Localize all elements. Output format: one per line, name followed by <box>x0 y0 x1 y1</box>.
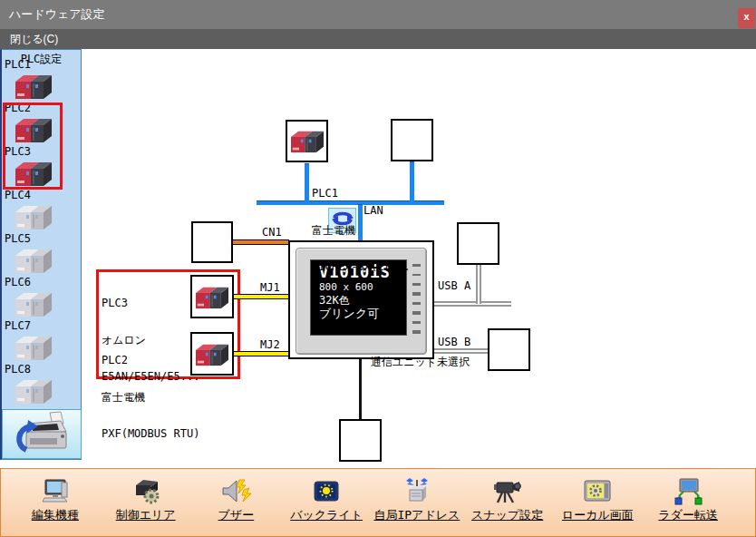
comm-unit-status-text: 通信ユニット未選択 <box>371 356 470 369</box>
toolbar-item-label: 編集機種 <box>10 507 101 523</box>
plc-device-icon-active <box>14 73 55 100</box>
sidebar-item-plc5[interactable]: PLC5 <box>2 233 81 277</box>
cn1-port-label: CN1 <box>262 227 282 239</box>
menu-bar: 閉じる(C) <box>0 29 756 49</box>
sidebar-item-plc1[interactable]: PLC1 <box>2 59 81 103</box>
toolbar-item-label: 制御エリア <box>101 507 191 523</box>
plc1-maker: 富士電機 <box>312 225 410 238</box>
plc2-maker: 富士電機 <box>102 392 199 405</box>
toolbar-backlight-button[interactable]: バックライト <box>281 477 372 536</box>
mj1-port-label: MJ1 <box>260 282 280 295</box>
usb-a-port-label: USB A <box>438 280 470 293</box>
slot-usb-a-empty[interactable] <box>457 222 499 265</box>
mj1-cable <box>234 294 289 299</box>
slot-plc1[interactable] <box>286 120 328 162</box>
plc1-model: MICREX-SX(Et... <box>312 261 410 274</box>
toolbar-snap-settings-button[interactable]: スナップ設定 <box>462 477 553 536</box>
toolbar-edit-model-button[interactable]: 編集機種 <box>10 477 101 536</box>
plc-item-label: PLC7 <box>2 320 81 332</box>
mj2-port-label: MJ2 <box>260 339 280 352</box>
plc-device-icon-inactive <box>14 290 55 317</box>
plc-device-icon-inactive <box>14 377 55 405</box>
diagram-canvas: V1010iS 800 x 600 32K色 ブリンク可 PLC1 富士電機 M… <box>0 49 756 468</box>
lan-stub-unit <box>410 161 414 201</box>
local-screen-icon <box>581 477 614 506</box>
title-bar: ハードウェア設定 x <box>0 0 756 29</box>
toolbar-item-label: バックライト <box>281 507 372 523</box>
plc2-name: PLC2 <box>102 355 199 367</box>
toolbar-item-label: スナップ設定 <box>462 507 553 523</box>
toolbar-buzzer-button[interactable]: ブザー <box>191 477 282 536</box>
control-area-icon <box>130 477 162 506</box>
hmi-blink-text: ブリンク可 <box>319 307 406 320</box>
menu-item-close[interactable]: 閉じる(C) <box>5 29 63 49</box>
ladder-transfer-icon <box>672 477 704 506</box>
plc-item-label: PLC1 <box>2 59 81 71</box>
plc-item-label: PLC4 <box>2 190 81 201</box>
slot-bottom-empty[interactable] <box>339 419 382 462</box>
buzzer-icon <box>219 477 252 506</box>
bottom-toolbar: 編集機種 制御エリア ブザー バックライト 自局IPアドレス スナップ <box>0 468 756 537</box>
plc-item-label: PLC6 <box>2 277 81 288</box>
toolbar-item-label: ローカル画面 <box>553 507 644 523</box>
plc-item-label: PLC5 <box>2 233 81 245</box>
slot-cn1-empty[interactable] <box>191 221 233 263</box>
cn1-cable <box>233 239 289 245</box>
sidebar-selection-box <box>3 103 63 190</box>
toolbar-item-label: 自局IPアドレス <box>372 507 462 523</box>
ip-address-icon <box>401 477 433 506</box>
mj2-cable <box>234 351 289 356</box>
slot-lan-empty[interactable] <box>391 119 433 161</box>
plc-device-icon-inactive <box>14 203 55 230</box>
plc1-name: PLC1 <box>312 188 410 200</box>
window-title: ハードウェア設定 <box>9 0 105 29</box>
toolbar-local-screen-button[interactable]: ローカル画面 <box>553 477 644 536</box>
toolbar-ladder-transfer-button[interactable]: ラダー転送 <box>643 477 733 536</box>
slot-usb-b-empty[interactable] <box>488 328 530 371</box>
sidebar-item-plc7[interactable]: PLC7 <box>2 320 81 364</box>
toolbar-item-label: ラダー転送 <box>643 507 733 523</box>
usb-a-cable <box>432 301 511 307</box>
plc2-caption: PLC2 富士電機 PXF(MODBUS RTU) <box>102 330 199 465</box>
plc3-name: PLC3 <box>102 298 199 310</box>
hmi-function-keys <box>412 264 421 338</box>
toolbar-item-label: ブザー <box>191 507 282 523</box>
usb-b-cable <box>432 348 489 354</box>
hardware-settings-window: ハードウェア設定 x 閉じる(C) <box>0 0 756 537</box>
plc1-caption: PLC1 富士電機 MICREX-SX(Et... <box>312 163 410 298</box>
toolbar-control-area-button[interactable]: 制御エリア <box>101 477 191 536</box>
plc-device-icon-inactive <box>14 247 55 274</box>
close-button[interactable]: x <box>738 8 755 28</box>
lan-stub-plc1 <box>305 163 309 201</box>
sidebar-item-plc4[interactable]: PLC4 <box>2 190 81 233</box>
plc2-model: PXF(MODBUS RTU) <box>102 428 199 441</box>
print-button[interactable] <box>2 409 82 459</box>
bottom-port-cable <box>359 358 362 419</box>
sidebar-item-plc6[interactable]: PLC6 <box>2 277 81 320</box>
plc-device-icon-inactive <box>14 334 55 361</box>
toolbar-local-ip-button[interactable]: 自局IPアドレス <box>372 477 462 536</box>
plc-item-label: PLC8 <box>2 364 81 376</box>
backlight-icon <box>310 477 343 506</box>
sidebar-item-plc8[interactable]: PLC8 <box>2 364 81 407</box>
usb-b-port-label: USB B <box>438 337 470 349</box>
usb-a-drop-cable <box>476 265 481 304</box>
monitor-icon <box>39 477 72 506</box>
snap-icon <box>491 477 524 506</box>
printer-icon <box>14 410 70 459</box>
lan-port-label: LAN <box>363 205 383 218</box>
plc-sidebar: PLC設定 PLC1 PLC2 PLC3 PLC4 <box>0 49 82 460</box>
